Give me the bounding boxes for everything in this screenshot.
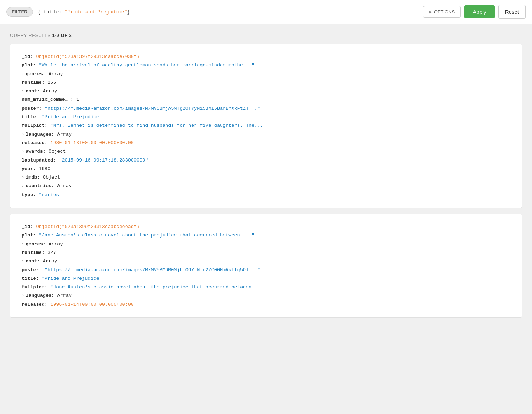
field-genres-2: ›genres: Array: [22, 240, 510, 249]
filter-query-brace: {: [38, 9, 44, 15]
field-cast-2: ›cast: Array: [22, 257, 510, 266]
languages-expand-1[interactable]: ›: [22, 132, 24, 137]
field-poster-1: poster: "https://m.media-amazon.com/imag…: [22, 104, 510, 113]
field-num-1: num_mflix_comme… : 1: [22, 96, 510, 104]
field-id-2: _id: ObjectId("573a1399f29313caabceeead"…: [22, 223, 510, 231]
field-imdb-1: ›imdb: Object: [22, 173, 510, 182]
options-button[interactable]: OPTIONS: [423, 6, 461, 18]
field-plot-2: plot: "Jane Austen's classic novel about…: [22, 231, 510, 240]
apply-button[interactable]: Apply: [464, 5, 495, 18]
field-id-1: _id: ObjectId("573a1397f29313caabce7030"…: [22, 53, 510, 61]
field-plot-1: plot: "While the arrival of wealthy gent…: [22, 61, 510, 70]
field-released-1: released: 1980-01-13T00:00:00.000+00:00: [22, 139, 510, 147]
field-runtime-2: runtime: 327: [22, 249, 510, 257]
filter-bar: FILTER { title: "Pride and Prejudice"} O…: [0, 0, 532, 24]
field-awards-1: ›awards: Object: [22, 147, 510, 156]
field-title-1: title: "Pride and Prejudice": [22, 113, 510, 121]
awards-expand-1[interactable]: ›: [22, 149, 24, 154]
field-fullplot-1: fullplot: "Mrs. Bennet is determined to …: [22, 121, 510, 130]
results-section: QUERY RESULTS 1-2 OF 2 _id: ObjectId("57…: [0, 24, 532, 318]
field-type-1: type: "series": [22, 191, 510, 199]
field-languages-2: ›languages: Array: [22, 292, 510, 300]
field-poster-2: poster: "https://m.media-amazon.com/imag…: [22, 266, 510, 274]
filter-query: { title: "Pride and Prejudice"}: [37, 9, 420, 15]
reset-button[interactable]: Reset: [498, 5, 526, 19]
field-genres-1: ›genres: Array: [22, 70, 510, 78]
document-card-1: _id: ObjectId("573a1397f29313caabce7030"…: [10, 44, 522, 208]
imdb-expand-1[interactable]: ›: [22, 175, 24, 180]
cast-expand-2[interactable]: ›: [22, 259, 24, 264]
field-year-1: year: 1980: [22, 165, 510, 173]
field-title-2: title: "Pride and Prejudice": [22, 274, 510, 283]
field-runtime-1: runtime: 265: [22, 78, 510, 87]
field-countries-1: ›countries: Array: [22, 182, 510, 190]
filter-query-value: "Pride and Prejudice": [65, 9, 127, 15]
field-cast-1: ›cast: Array: [22, 87, 510, 96]
field-languages-1: ›languages: Array: [22, 130, 510, 139]
filter-query-key: title:: [44, 9, 65, 15]
languages-expand-2[interactable]: ›: [22, 293, 24, 298]
results-header: QUERY RESULTS 1-2 OF 2: [10, 33, 522, 38]
results-count: 1-2 OF 2: [52, 33, 72, 38]
document-card-2: _id: ObjectId("573a1399f29313caabceeead"…: [10, 214, 522, 318]
cast-expand-1[interactable]: ›: [22, 89, 24, 94]
field-lastupdated-1: lastupdated: "2015-09-16 09:17:18.283000…: [22, 156, 510, 165]
countries-expand-1[interactable]: ›: [22, 184, 24, 189]
filter-badge: FILTER: [6, 7, 33, 17]
field-fullplot-2: fullplot: "Jane Austen's classic novel a…: [22, 283, 510, 292]
field-released-2: released: 1996-01-14T00:00:00.000+00:00: [22, 300, 510, 309]
results-header-prefix: QUERY RESULTS: [10, 33, 52, 38]
filter-query-close: }: [127, 9, 130, 15]
genres-expand-1[interactable]: ›: [22, 72, 24, 77]
genres-expand-2[interactable]: ›: [22, 242, 24, 247]
